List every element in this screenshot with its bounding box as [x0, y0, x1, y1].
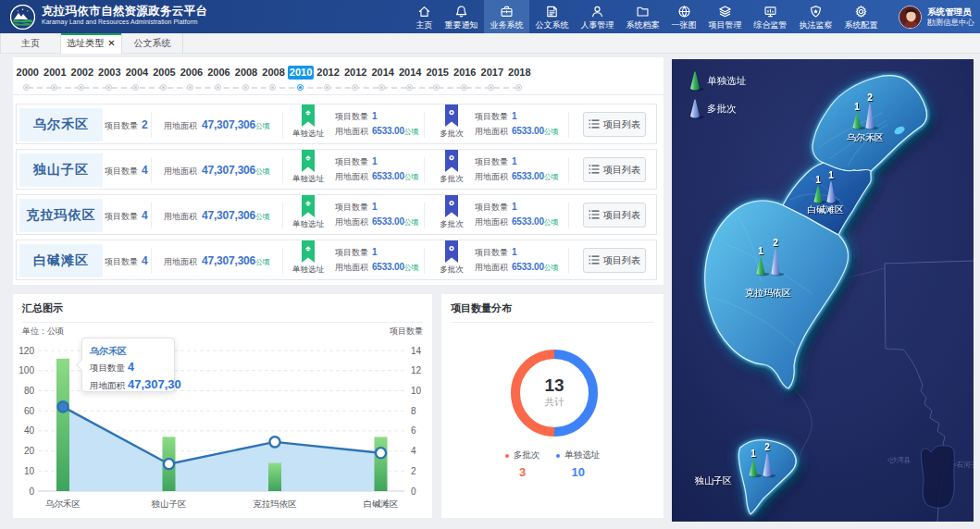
year-item-2003[interactable]: 2003 [96, 57, 124, 95]
nav-item-10[interactable]: 执法监察 [793, 0, 838, 33]
divider [424, 157, 425, 183]
single-label: 单独选址 [292, 174, 325, 185]
year-item-2004[interactable]: 2004 [123, 57, 151, 95]
year-item-2010[interactable]: 2010 [287, 57, 315, 95]
tab-2[interactable]: 选址类型✕ [61, 33, 122, 54]
nav-item-8[interactable]: 项目管理 [702, 0, 748, 33]
map-panel[interactable]: 12乌尔禾区 11白碱滩区 12克拉玛依区 12独山子区‹沙湾县‹石河子 单独选… [672, 59, 974, 522]
left-tick-label: 0 [29, 486, 34, 497]
year-item-2001[interactable]: 2001 [42, 57, 69, 95]
user-meta: 系统管理员 勘测信息中心 [927, 6, 974, 27]
donut-total-value: 13 [508, 375, 601, 395]
divider [568, 248, 569, 274]
single-stats: 项目数量1 用地面积6533.00公顷 [335, 245, 418, 275]
single-ribbon-block: 单独选址 [292, 150, 325, 185]
tab-close-icon[interactable]: ✕ [107, 39, 115, 48]
district-name: 独山子区 [19, 154, 103, 187]
district-name: 白碱滩区 [19, 244, 103, 277]
project-list-button[interactable]: 项目列表 [583, 203, 646, 228]
tab-label: 主页 [21, 37, 40, 50]
year-label: 2006 [205, 66, 233, 80]
multi-ribbon-block: 多批次 [435, 195, 468, 230]
tab-label: 选址类型 [67, 37, 104, 50]
year-item-2017[interactable]: 2017 [478, 57, 506, 95]
district-map[interactable]: 12乌尔禾区 11白碱滩区 12克拉玛依区 12独山子区‹沙湾县‹石河子 单独选… [672, 59, 974, 522]
divider [282, 112, 283, 138]
pie-legend-item-2[interactable]: 单独选址 10 [556, 449, 600, 479]
marker-count-multi: 2 [764, 442, 770, 452]
year-item-2008[interactable]: 2008 [232, 57, 260, 95]
project-list-button[interactable]: 项目列表 [583, 112, 646, 137]
tab-3[interactable]: 公文系统 [122, 33, 183, 54]
project-list-button[interactable]: 项目列表 [583, 157, 646, 182]
nav-item-2[interactable]: 重要通知 [439, 0, 484, 33]
line-point-白碱滩区[interactable] [376, 448, 386, 458]
year-item-2012[interactable]: 2012 [341, 57, 369, 95]
nav-item-11[interactable]: 系统配置 [838, 0, 884, 33]
nav-item-label: 业务系统 [490, 20, 524, 30]
year-dot [269, 84, 276, 91]
tab-1[interactable]: 主页 [0, 33, 61, 54]
year-item-2014[interactable]: 2014 [396, 57, 424, 95]
marker-count-multi: 1 [828, 170, 834, 180]
year-label: 2005 [151, 66, 179, 80]
year-item-2018[interactable]: 2018 [506, 57, 534, 95]
nav-item-label: 系统档案 [626, 20, 660, 30]
map-district-label: 白碱滩区 [807, 204, 844, 215]
nav-item-label: 综合监管 [754, 20, 788, 30]
nav-item-7[interactable]: 一张图 [665, 0, 702, 33]
map-district-label: 乌尔禾区 [847, 132, 884, 142]
single-ribbon-icon [292, 105, 325, 128]
nav-item-3[interactable]: 业务系统 [484, 0, 529, 33]
year-item-2015[interactable]: 2015 [424, 57, 452, 95]
line-point-克拉玛依区[interactable] [269, 437, 279, 447]
nav-item-5[interactable]: 人事管理 [575, 0, 620, 33]
single-label: 单独选址 [292, 129, 325, 140]
category-label: 白碱滩区 [364, 498, 399, 509]
nav-item-label: 公文系统 [536, 20, 569, 30]
year-item-2016[interactable]: 2016 [452, 57, 479, 95]
tooltip-count-label: 项目数量 [90, 363, 125, 373]
marker-count-multi: 2 [773, 238, 778, 248]
left-tick-label: 40 [24, 425, 35, 436]
category-label: 克拉玛依区 [253, 498, 297, 509]
year-label: 2015 [424, 66, 452, 80]
year-dot [378, 84, 385, 91]
year-item-2002[interactable]: 2002 [68, 57, 96, 95]
nav-item-label: 系统配置 [845, 20, 878, 30]
year-item-2006[interactable]: 2006 [178, 57, 205, 95]
year-dot [433, 84, 440, 91]
bar-克拉玛依区[interactable] [268, 463, 281, 491]
single-ribbon-block: 单独选址 [292, 105, 325, 140]
left-tick-label: 100 [19, 365, 34, 375]
single-ribbon-block: 单独选址 [292, 240, 325, 276]
project-list-button[interactable]: 项目列表 [583, 248, 646, 273]
bar-白碱滩区[interactable] [375, 437, 388, 491]
year-label: 2016 [452, 66, 479, 80]
right-tick-label: 8 [411, 406, 416, 416]
year-label: 2003 [96, 66, 124, 80]
left-tick-label: 10 [24, 466, 35, 476]
year-item-2012[interactable]: 2012 [315, 57, 342, 95]
year-item-2006[interactable]: 2006 [205, 57, 233, 95]
nav-item-9[interactable]: 综合监管 [748, 0, 793, 33]
year-item-2005[interactable]: 2005 [151, 57, 179, 95]
year-item-2008[interactable]: 2008 [260, 57, 288, 95]
year-item-2014[interactable]: 2014 [369, 57, 397, 95]
line-point-乌尔禾区[interactable] [57, 401, 68, 412]
nav-item-4[interactable]: 公文系统 [529, 0, 575, 33]
pie-legend-item-1[interactable]: 多批次 3 [505, 449, 540, 479]
year-item-2000[interactable]: 2000 [14, 57, 42, 95]
bar-乌尔禾区[interactable] [56, 359, 69, 491]
year-label: 2018 [506, 66, 534, 80]
divider [282, 203, 283, 228]
nav-item-6[interactable]: 系统档案 [620, 0, 665, 33]
user-block[interactable]: 系统管理员 勘测信息中心 [899, 0, 974, 33]
gear-icon [854, 5, 868, 18]
year-dot [23, 84, 30, 91]
nav-item-label: 执法监察 [800, 20, 833, 30]
year-label: 2008 [260, 66, 288, 80]
line-point-独山子区[interactable] [164, 459, 174, 469]
year-dot [406, 84, 413, 91]
nav-item-1[interactable]: 主页 [410, 0, 439, 33]
